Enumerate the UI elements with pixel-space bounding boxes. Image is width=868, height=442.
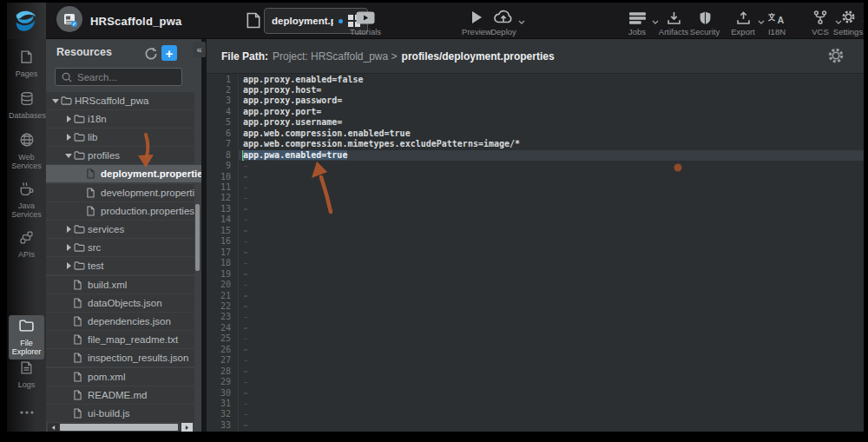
file-icon [74,408,88,419]
artifacts-icon [667,11,681,24]
tree-row-dataobjects-json[interactable]: dataObjects.json [46,294,194,312]
empty-line-marker [244,220,247,221]
sidebar-item-more[interactable] [9,398,44,422]
tab-label: deployment.propert... [272,16,333,26]
folder-icon [74,261,88,270]
tree-row-i18n[interactable]: i18n [46,110,194,128]
tree-row-profiles[interactable]: profiles [46,147,194,164]
tree-row-lib[interactable]: lib [46,129,194,146]
line-number: 15 [207,226,231,236]
gutter-divider [238,74,239,432]
line-number: 5 [207,117,231,128]
tree-row-inspection-results-json[interactable]: inspection_results.json [46,349,194,366]
chevron-collapsed-icon[interactable] [62,134,74,141]
chevron-collapsed-icon[interactable] [62,262,74,269]
code-line[interactable]: app.proxy.host= [243,85,321,96]
line-number: 32 [207,409,231,419]
tree-row-test[interactable]: test [46,257,194,274]
topbar-action-deploy[interactable]: Deploy [479,8,528,36]
logs-icon [21,361,32,378]
file-icon [87,206,101,216]
tree-row-dependencies-json[interactable]: dependencies.json [46,313,194,330]
line-number: 33 [207,420,231,431]
code-line[interactable]: app.proxy.port= [243,107,321,117]
project-chip[interactable]: HRScaffold_pwa [56,8,181,34]
folder-icon [74,133,88,142]
scroll-left-button[interactable] [48,423,59,432]
line-number: 13 [207,204,231,214]
tree-horizontal-scrollbar[interactable] [48,423,193,432]
line-number: 30 [207,388,231,399]
sidebar-item-java-services[interactable]: Java Services [9,178,44,222]
code-line[interactable]: app.web.compression.enabled=true [243,129,411,139]
line-number: 23 [207,312,231,322]
tree-row-production-properties[interactable]: production.properties [46,202,194,220]
wavemaker-logo-icon [12,4,42,37]
line-number: 1 [207,75,231,85]
screenshot-frame: HRScaffold_pwa deployment.propert... Tut… [0,0,868,442]
tree-row-pom-xml[interactable]: pom.xml [46,368,194,386]
scroll-right-button[interactable] [181,423,193,432]
sidebar-item-apis[interactable]: APIs [9,227,44,262]
tree-row-hrscaffold-pwa[interactable]: HRScaffold_pwa [46,92,194,109]
tree-row-build-xml[interactable]: build.xml [46,276,194,294]
sidebar-item-pages[interactable]: Pages [9,46,44,82]
sidebar-item-file-explorer[interactable]: File Explorer [9,315,44,360]
tutorials-icon [356,11,375,24]
tree-row-deployment-properties[interactable]: deployment.properties [46,165,201,182]
code-line[interactable]: app.pwa.enabled=true [243,150,347,161]
tree-row-file-map-readme-txt[interactable]: file_map_readme.txt [46,331,194,348]
line-number: 20 [207,280,231,290]
topbar-action-i18n[interactable]: AI18N [753,8,801,36]
chevron-expanded-icon[interactable] [62,153,74,158]
empty-line-marker [244,371,247,373]
code-line[interactable]: app.proxy.enabled=false [243,75,363,85]
code-area[interactable]: 1app.proxy.enabled=false2app.proxy.host=… [207,74,864,432]
line-number: 4 [207,107,231,117]
empty-line-marker [244,393,247,394]
folder-icon [74,151,88,160]
line-number: 6 [207,129,231,139]
tree-row-ui-build-js[interactable]: ui-build.js [46,405,194,422]
line-number: 14 [207,214,231,225]
empty-line-marker [244,188,247,189]
line-number: 31 [207,399,231,409]
editor-settings-gear-icon[interactable] [827,47,845,64]
topbar-action-settings[interactable]: Settings [824,8,864,36]
file-explorer-icon [19,320,34,335]
tree-vertical-scrollbar[interactable] [195,204,200,271]
empty-line-marker [244,198,247,200]
scroll-track[interactable] [59,423,181,432]
code-line[interactable]: app.proxy.password= [243,96,342,106]
scroll-thumb[interactable] [60,424,178,431]
line-number: 3 [207,96,231,106]
code-line[interactable]: app.proxy.username= [243,117,342,128]
databases-icon [21,92,33,109]
chevron-collapsed-icon[interactable] [62,115,74,122]
chevron-down-icon [863,20,864,24]
app-logo-tile[interactable] [7,3,46,39]
tree-row-src[interactable]: src [46,239,194,256]
tree-row-readme-md[interactable]: README.md [46,386,194,404]
collapse-panel-button[interactable]: « [193,42,206,57]
line-number: 19 [207,269,231,280]
topbar-action-tutorials[interactable]: Tutorials [341,8,390,36]
chevron-collapsed-icon[interactable] [62,226,74,233]
tree-row-services[interactable]: services [46,221,194,238]
empty-line-marker [244,176,247,178]
java-services-icon [19,181,34,199]
file-path-file: profiles/deployment.properties [402,50,555,63]
tree-row-development-properties[interactable]: development.properties [46,184,194,201]
sidebar-item-web-services[interactable]: Web Services [9,129,44,174]
code-line[interactable]: app.web.compression.mimetypes.excludePat… [243,139,520,149]
line-number: 21 [207,291,231,301]
chevron-expanded-icon[interactable] [49,98,61,103]
empty-line-marker [244,241,247,243]
chevron-collapsed-icon[interactable] [62,244,74,251]
folder-icon [74,243,88,252]
sidebar-item-databases[interactable]: Databases [9,88,44,123]
line-number: 9 [207,161,231,171]
file-path-label: File Path: [221,50,268,63]
editor-pane: File Path: Project: HRScaffold_pwa > pro… [207,39,864,432]
sidebar-item-logs[interactable]: Logs [9,357,44,393]
